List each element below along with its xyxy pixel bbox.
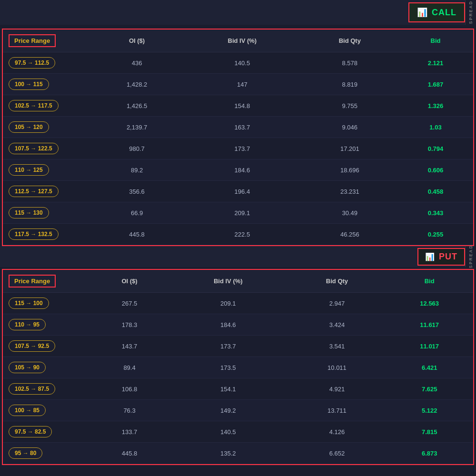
call-oi-cell: 445.8 <box>91 224 183 245</box>
put-bid-qty-cell: 10.011 <box>288 357 386 378</box>
put-price-badge: 115 → 100 <box>9 298 49 309</box>
put-col-price-range: Price Range <box>3 270 91 293</box>
put-bid-iv-cell: 135.2 <box>168 443 288 464</box>
spread-text: SPREAD <box>468 0 473 24</box>
call-bid-qty-cell: 30.49 <box>302 202 398 224</box>
put-table-row: 110 → 95 178.3 184.6 3.424 11.617 <box>3 314 473 336</box>
put-table-row: 100 → 85 76.3 149.2 13.711 5.122 <box>3 400 473 421</box>
call-price-badge: 112.5 → 127.5 <box>9 186 59 197</box>
call-table-row: 112.5 → 127.5 356.6 196.4 23.231 0.458 <box>3 181 473 202</box>
call-label: CALL <box>432 8 456 18</box>
call-price-range-cell: 100 → 115 <box>3 74 91 95</box>
call-table-row: 117.5 → 132.5 445.8 222.5 46.256 0.255 <box>3 224 473 245</box>
call-oi-cell: 980.7 <box>91 138 183 159</box>
put-bid-cell: 11.017 <box>386 336 473 357</box>
spread-label: SPREAD <box>465 0 476 25</box>
call-price-range-header: Price Range <box>9 34 56 47</box>
put-col-bid: Bid <box>386 270 473 293</box>
put-price-badge: 110 → 95 <box>9 319 46 330</box>
put-chart-icon: 📊 <box>425 252 435 261</box>
put-col-bid-qty: Bid Qty <box>288 270 386 293</box>
put-label: PUT <box>439 252 457 262</box>
call-bid-cell: 0.255 <box>398 224 473 245</box>
put-oi-cell: 76.3 <box>91 400 168 421</box>
call-bid-cell: 0.606 <box>398 159 473 181</box>
put-price-range-cell: 105 → 90 <box>3 357 91 378</box>
top-navigation: 📊 CALL SPREAD <box>0 0 476 25</box>
call-bid-qty-cell: 18.696 <box>302 159 398 181</box>
call-col-price-range: Price Range <box>3 30 91 52</box>
put-oi-cell: 143.7 <box>91 336 168 357</box>
call-col-bid-iv: Bid IV (%) <box>183 30 301 52</box>
put-bid-cell: 7.625 <box>386 378 473 400</box>
call-bid-iv-cell: 140.5 <box>183 52 301 74</box>
put-oi-cell: 106.8 <box>91 378 168 400</box>
call-bid-iv-cell: 163.7 <box>183 117 301 138</box>
put-bid-qty-cell: 2.947 <box>288 293 386 314</box>
call-price-range-cell: 105 → 120 <box>3 117 91 138</box>
put-bid-iv-cell: 209.1 <box>168 293 288 314</box>
put-price-range-header: Price Range <box>9 275 56 288</box>
put-table-row: 95 → 80 445.8 135.2 6.652 6.873 <box>3 443 473 464</box>
call-table-row: 97.5 → 112.5 436 140.5 8.578 2.121 <box>3 52 473 74</box>
call-bid-iv-cell: 147 <box>183 74 301 95</box>
call-price-range-cell: 115 → 130 <box>3 202 91 224</box>
put-table-row: 115 → 100 267.5 209.1 2.947 12.563 <box>3 293 473 314</box>
call-oi-cell: 436 <box>91 52 183 74</box>
call-bid-cell: 1.687 <box>398 74 473 95</box>
call-bid-qty-cell: 9.755 <box>302 95 398 117</box>
call-price-badge: 97.5 → 112.5 <box>9 57 55 69</box>
put-oi-cell: 445.8 <box>91 443 168 464</box>
call-bid-iv-cell: 196.4 <box>183 181 301 202</box>
call-bid-qty-cell: 8.578 <box>302 52 398 74</box>
put-price-badge: 97.5 → 82.5 <box>9 426 52 437</box>
call-bid-qty-cell: 17.201 <box>302 138 398 159</box>
call-table-row: 100 → 115 1,428.2 147 8.819 1.687 <box>3 74 473 95</box>
call-price-range-cell: 112.5 → 127.5 <box>3 181 91 202</box>
put-price-range-cell: 95 → 80 <box>3 443 91 464</box>
call-bid-iv-cell: 222.5 <box>183 224 301 245</box>
call-price-badge: 110 → 125 <box>9 164 49 176</box>
call-bid-cell: 0.794 <box>398 138 473 159</box>
call-tab-button[interactable]: 📊 CALL <box>408 2 465 22</box>
call-bid-cell: 1.326 <box>398 95 473 117</box>
call-bid-iv-cell: 154.8 <box>183 95 301 117</box>
put-bid-cell: 11.617 <box>386 314 473 336</box>
put-price-badge: 100 → 85 <box>9 405 46 416</box>
call-price-badge: 115 → 130 <box>9 207 49 218</box>
put-tab-button[interactable]: 📊 PUT <box>417 248 465 266</box>
call-bid-cell: 0.343 <box>398 202 473 224</box>
call-bid-iv-cell: 173.7 <box>183 138 301 159</box>
put-price-range-cell: 110 → 95 <box>3 314 91 336</box>
put-price-badge: 95 → 80 <box>9 447 42 459</box>
call-price-range-cell: 110 → 125 <box>3 159 91 181</box>
chart-icon: 📊 <box>417 7 428 18</box>
put-oi-cell: 89.4 <box>91 357 168 378</box>
put-bid-qty-cell: 6.652 <box>288 443 386 464</box>
call-price-badge: 102.5 → 117.5 <box>9 100 59 111</box>
put-table-row: 107.5 → 92.5 143.7 173.7 3.541 11.017 <box>3 336 473 357</box>
put-bid-cell: 12.563 <box>386 293 473 314</box>
put-price-range-cell: 107.5 → 92.5 <box>3 336 91 357</box>
call-section: Price Range OI ($) Bid IV (%) Bid Qty Bi… <box>2 29 474 246</box>
put-bid-cell: 7.815 <box>386 421 473 443</box>
call-price-badge: 117.5 → 132.5 <box>9 228 59 240</box>
call-bid-iv-cell: 209.1 <box>183 202 301 224</box>
put-bid-cell: 6.873 <box>386 443 473 464</box>
call-price-badge: 105 → 120 <box>9 121 49 133</box>
call-price-range-cell: 117.5 → 132.5 <box>3 224 91 245</box>
call-bid-iv-cell: 184.6 <box>183 159 301 181</box>
put-price-range-cell: 102.5 → 87.5 <box>3 378 91 400</box>
put-bid-iv-cell: 140.5 <box>168 421 288 443</box>
call-col-bid: Bid <box>398 30 473 52</box>
call-table: Price Range OI ($) Bid IV (%) Bid Qty Bi… <box>3 30 473 245</box>
mid-navigation: 📊 PUT SPREAD <box>0 246 476 267</box>
put-col-oi: OI ($) <box>91 270 168 293</box>
call-bid-qty-cell: 9.046 <box>302 117 398 138</box>
call-col-oi: OI ($) <box>91 30 183 52</box>
call-table-row: 105 → 120 2,139.7 163.7 9.046 1.03 <box>3 117 473 138</box>
call-oi-cell: 1,428.2 <box>91 74 183 95</box>
put-spread-label: SPREAD <box>465 246 476 267</box>
call-price-badge: 100 → 115 <box>9 79 49 90</box>
put-bid-qty-cell: 13.711 <box>288 400 386 421</box>
